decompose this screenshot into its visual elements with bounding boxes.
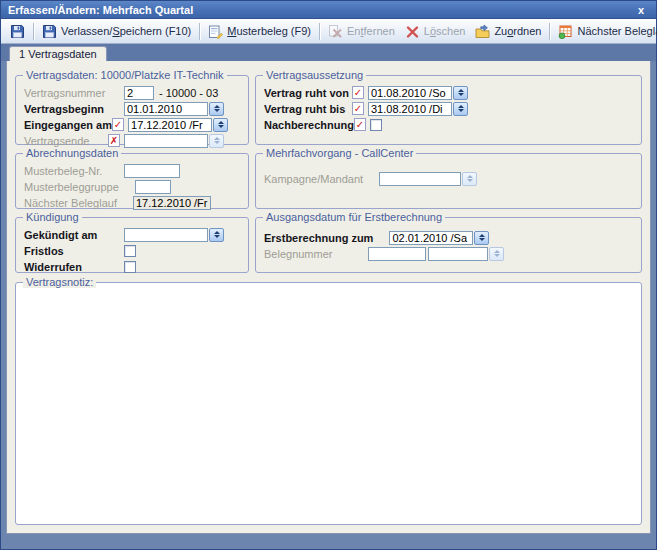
vertragsnotiz-textarea[interactable] (18, 289, 639, 522)
entfernen-button: Entfernen (323, 22, 400, 41)
verlassen-speichern-label: Verlassen/Speichern (F10) (61, 25, 191, 37)
eingegangen-am-spinner[interactable] (213, 118, 228, 132)
vertrag-ruht-von-input[interactable] (368, 86, 452, 100)
verlassen-speichern-button[interactable]: Verlassen/Speichern (F10) (37, 22, 196, 41)
zuordnen-button[interactable]: Zuordnen (470, 22, 546, 41)
vertrag-ruht-bis-label: Vertrag ruht bis (264, 103, 352, 115)
titlebar: Erfassen/Ändern: Mehrfach Quartal x (1, 1, 656, 19)
entfernen-label: Entfernen (347, 25, 395, 37)
vertrag-ruht-von-spinner[interactable] (453, 86, 468, 100)
icon-slot: ✓ (112, 118, 128, 131)
belegnummer-row: Belegnummer (264, 246, 635, 261)
belegnummer-input-2[interactable] (428, 247, 488, 261)
nachberechnung-label: Nachberechnung (264, 119, 354, 131)
belegnummer-input-1[interactable] (368, 247, 426, 261)
group-vertragsaussetzung-title: Vertragsaussetzung (263, 69, 366, 81)
naechster-beleglauf-button[interactable]: Nächster Beleglauf (553, 22, 657, 41)
gekuendigt-am-spinner[interactable] (209, 228, 224, 242)
erstberechnung-zum-input[interactable] (389, 231, 473, 245)
group-abrechnungsdaten: Abrechnungsdaten Musterbeleg-Nr. Musterb… (15, 153, 249, 209)
musterbeleg-nr-row: Musterbeleg-Nr. (24, 163, 242, 178)
toolbar-separator (33, 23, 34, 40)
eingegangen-am-label: Eingegangen am (24, 119, 112, 131)
group-vertragsaussetzung: Vertragsaussetzung Vertrag ruht von ✓ Ve… (255, 75, 642, 145)
zuordnen-label: Zuordnen (494, 25, 541, 37)
tab-vertragsdaten[interactable]: 1 Vertragsdaten (9, 46, 107, 61)
toolbar-separator (199, 23, 200, 40)
delete-x-icon (405, 24, 420, 39)
erstberechnung-zum-spinner[interactable] (474, 231, 489, 245)
content-panel: Vertragsdaten: 10000/Platzke IT-Technik … (6, 61, 651, 534)
vertragsnummer-label: Vertragsnummer (24, 87, 108, 99)
save-icon (10, 24, 25, 39)
belegnummer-dropdown (489, 247, 504, 261)
date-cleared-cross-icon[interactable]: ✗ (108, 134, 120, 147)
date-confirmed-check-icon[interactable]: ✓ (352, 102, 364, 115)
musterbeleggruppe-label: Musterbeleggruppe (24, 181, 119, 193)
widerrufen-label: Widerrufen (24, 261, 108, 273)
form-icon (208, 24, 223, 39)
vertragsende-spinner (209, 134, 224, 148)
musterbeleg-nr-input[interactable] (124, 164, 180, 178)
app-window: Erfassen/Ändern: Mehrfach Quartal x Verl… (0, 0, 657, 550)
vertragsbeginn-spinner[interactable] (209, 102, 224, 116)
kampagne-mandant-dropdown (462, 172, 477, 186)
form-grid: Vertragsdaten: 10000/Platzke IT-Technik … (15, 67, 642, 273)
group-abrechnungsdaten-title: Abrechnungsdaten (23, 147, 121, 159)
eingegangen-am-input[interactable] (128, 118, 212, 132)
fristlos-label: Fristlos (24, 245, 108, 257)
vertragsende-input[interactable] (124, 134, 208, 148)
save-exit-icon (42, 24, 57, 39)
group-vertragsnotiz-title: Vertragsnotiz: (23, 276, 96, 288)
vertragsbeginn-input[interactable] (124, 102, 208, 116)
gekuendigt-am-row: Gekündigt am (24, 227, 242, 242)
date-confirmed-check-icon[interactable]: ✓ (112, 118, 124, 131)
naechster-beleglauf-field-label: Nächster Beleglauf (24, 197, 117, 209)
naechster-beleglauf-row: Nächster Beleglauf (24, 195, 242, 210)
date-confirmed-check-icon[interactable]: ✓ (352, 86, 364, 99)
loeschen-button: Löschen (400, 22, 471, 41)
musterbeleg-nr-label: Musterbeleg-Nr. (24, 165, 108, 177)
assign-folder-icon (475, 24, 490, 39)
kampagne-mandant-row: Kampagne/Mandant (264, 171, 635, 186)
gekuendigt-am-input[interactable] (124, 228, 208, 242)
vertrag-ruht-bis-input[interactable] (368, 102, 452, 116)
loeschen-label: Löschen (424, 25, 466, 37)
vertragsnummer-input[interactable] (124, 86, 154, 100)
toolbar-separator (319, 23, 320, 40)
fristlos-checkbox[interactable] (124, 245, 136, 257)
vertrag-ruht-bis-row: Vertrag ruht bis ✓ (264, 101, 635, 116)
musterbeleg-label: Musterbeleg (F9) (227, 25, 311, 37)
date-confirmed-check-icon[interactable]: ✓ (354, 118, 366, 131)
close-button[interactable]: x (633, 4, 649, 16)
kampagne-mandant-input[interactable] (379, 172, 461, 186)
musterbeleggruppe-input[interactable] (135, 180, 171, 194)
icon-slot: ✓ (354, 118, 370, 131)
vertragsbeginn-label: Vertragsbeginn (24, 103, 108, 115)
belegnummer-label: Belegnummer (264, 248, 352, 260)
vertrag-ruht-von-label: Vertrag ruht von (264, 87, 352, 99)
save-button[interactable] (5, 22, 30, 41)
vertragsende-row: Vertragsende ✗ (24, 133, 242, 148)
tab-band: 1 Vertragsdaten (1, 44, 656, 61)
fristlos-row: Fristlos (24, 243, 242, 258)
vertragsende-label: Vertragsende (24, 135, 108, 147)
remove-icon (328, 24, 343, 39)
musterbeleg-button[interactable]: Musterbeleg (F9) (203, 22, 316, 41)
window-frame: 1 Vertragsdaten Vertragsdaten: 10000/Pla… (1, 44, 656, 549)
gekuendigt-am-label: Gekündigt am (24, 229, 108, 241)
widerrufen-row: Widerrufen (24, 259, 242, 274)
vertragsnummer-row: Vertragsnummer - 10000 - 03 (24, 85, 242, 100)
musterbeleggruppe-row: Musterbeleggruppe (24, 179, 242, 194)
vertrag-ruht-bis-spinner[interactable] (453, 102, 468, 116)
widerrufen-checkbox[interactable] (124, 261, 136, 273)
kampagne-mandant-label: Kampagne/Mandant (264, 173, 363, 185)
naechster-beleglauf-label: Nächster Beleglauf (577, 25, 657, 37)
group-mehrfachvorgang: Mehrfachvorgang - CallCenter Kampagne/Ma… (255, 153, 642, 209)
table-run-icon (558, 24, 573, 39)
icon-slot: ✓ (352, 86, 368, 99)
nachberechnung-checkbox[interactable] (370, 119, 382, 131)
vertragsnummer-suffix: - 10000 - 03 (159, 87, 218, 99)
group-kuendigung-title: Kündigung (23, 211, 82, 223)
toolbar-separator (549, 23, 550, 40)
